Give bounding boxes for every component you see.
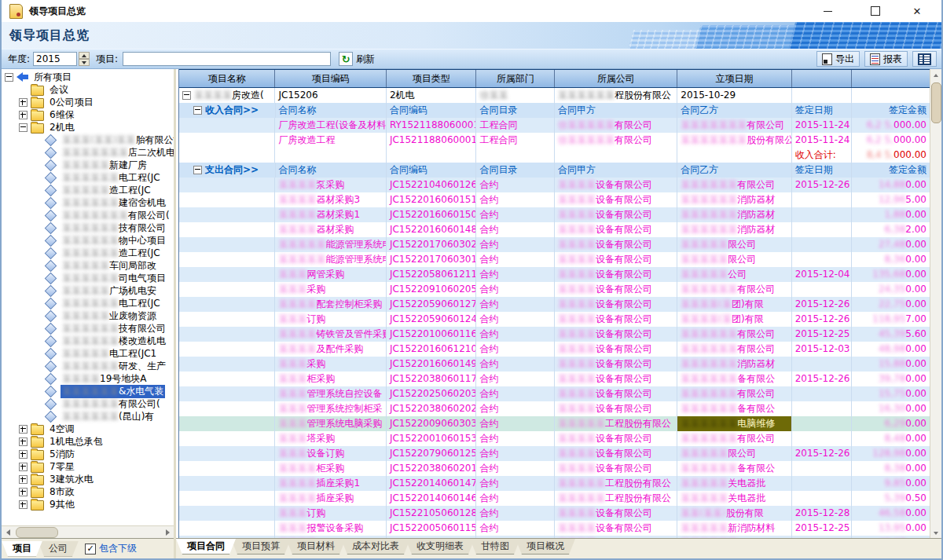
tree-item[interactable]: 0公司项目 — [2, 96, 174, 108]
tree-item[interactable]: 某某某某某某物中心项目 — [2, 234, 174, 247]
contract-row[interactable]: 某某某塔采购JC1522001060153合约某某某某设备有限公司某某某某某某有… — [179, 431, 930, 446]
close-button[interactable]: ✕ — [899, 0, 935, 22]
tree-item[interactable]: 某某某某某某楼改造机电 — [2, 335, 174, 347]
tree-item[interactable]: 某某某某某某电工程(JC — [2, 171, 174, 184]
tree-item[interactable]: 某某某某某某(昆山)有 — [2, 410, 174, 423]
contract-row[interactable]: 某某某管理系统控制柜采JC1522038060202合约某某某某设备有限公司某某… — [179, 401, 930, 416]
tree-item[interactable]: 某某某某某某司电气项目 — [2, 272, 174, 284]
bottom-tab-7[interactable]: 项目概况 — [516, 539, 575, 555]
contract-row[interactable]: 某某某柜采购JC1522038060117合约某某某某设备有限公司某某某某某某备… — [179, 372, 930, 386]
tree-item[interactable]: 某某某某某造工程(JC — [2, 184, 174, 196]
tree-item[interactable]: 某某某某某某某店二次机电 — [2, 146, 174, 159]
grid-header-row[interactable]: 项目名称项目编码项目类型所属部门所属公司立项日期 — [179, 69, 930, 88]
year-spinner[interactable] — [79, 52, 90, 66]
bottom-tab-4[interactable]: 成本对比表 — [341, 539, 410, 555]
tree-item[interactable]: 会议 — [2, 83, 174, 96]
contract-row[interactable]: 某某某订购JC1522059060124合约某某某某设备有限公司某某某某(某团)… — [179, 312, 930, 327]
contract-row[interactable]: 某某某某配套控制柜采购JC1522059060127合约某某某某设备有限公司某某… — [179, 297, 930, 312]
tree-item[interactable]: 某某某某某某技有限公司 — [2, 221, 174, 234]
tree-expander-icon[interactable] — [19, 425, 28, 434]
contract-row[interactable]: 某某某报警设备采购JC1522005060115合约某某某某设备有限公司某某某某… — [179, 521, 930, 536]
tree-item[interactable]: 某某某某19号地块A — [2, 372, 174, 385]
scroll-down-icon[interactable] — [930, 527, 941, 539]
tree-item[interactable]: 某某某某某新建厂房 — [2, 159, 174, 171]
tree-item[interactable]: 2机电 — [2, 121, 174, 134]
scroll-thumb[interactable] — [16, 527, 58, 538]
grid-vertical-scrollbar[interactable] — [930, 69, 941, 539]
tree-item[interactable]: 7零星 — [2, 460, 174, 473]
project-filter-input[interactable] — [123, 52, 331, 66]
spin-up-icon[interactable] — [79, 52, 90, 59]
contract-row[interactable]: 某某某网管采购JC1522058061211合约某某某某设备有限公司某某某某某公… — [179, 267, 930, 282]
contract-row[interactable]: 某某某某及配件采购JC1522016061210合约某某某某设备有限公司某某某某… — [179, 342, 930, 357]
report-button[interactable]: 报表 — [864, 51, 908, 67]
tree-item[interactable]: 某某某某某某电工程(JC — [2, 297, 174, 309]
tree-item[interactable]: 3建筑水电 — [2, 473, 174, 485]
contract-row[interactable]: 某某某某插座采购1JC1522014060147合约某某某某某工程股份有限公某某… — [179, 476, 930, 491]
include-sub-checkbox[interactable]: ✓ 包含下级 — [85, 542, 137, 555]
contract-row[interactable]: 某某某某器材采购JC1522016060148合约某某某某设备有限公司某某某某某… — [179, 222, 930, 237]
year-input[interactable]: 2015 — [33, 52, 77, 66]
tree-expander-icon[interactable] — [19, 488, 28, 496]
tree-item[interactable]: 某某某某某某造工程(JC — [2, 247, 174, 259]
tree-expander-icon[interactable] — [19, 98, 28, 107]
tab-project[interactable]: 项目 — [2, 541, 42, 557]
tree-item[interactable]: 某某某某某某&水电气装 — [2, 385, 174, 397]
tree-expander-icon[interactable] — [19, 500, 28, 509]
tree-expander-icon[interactable] — [19, 123, 28, 132]
maximize-button[interactable] — [857, 0, 893, 22]
contract-row[interactable]: 某某某某器材采购3JC1522016060151合约某某某某设备有限公司某某某某… — [179, 192, 930, 207]
tree-item[interactable]: 某某某某某某技有限公司 — [2, 322, 174, 335]
tree-expander-icon[interactable] — [19, 475, 28, 484]
contract-row[interactable]: 某某某某铸铁管及管件采购JC1522010060116合约某某某某设备有限公司某… — [179, 327, 930, 342]
tree-item[interactable]: 某某某某某某有限公司( — [2, 397, 174, 410]
contract-row[interactable]: 某某某订购JC1522105060128合约某某某某设备有限公司某某(某某)股份… — [179, 506, 930, 521]
tree-horizontal-scrollbar[interactable] — [2, 525, 174, 539]
contract-row[interactable]: 某某某某某能源管理系统电表JC1522017060302合约某某某某设备有限公司… — [179, 237, 930, 252]
tab-company[interactable]: 公司 — [38, 541, 79, 557]
contract-row[interactable]: 某某某采购JC1522016060149合约某某某某设备有限公司某某某某某某消防… — [179, 357, 930, 372]
tree-item[interactable]: 4空调 — [2, 423, 174, 435]
tree-expander-icon[interactable] — [19, 437, 28, 446]
tree-item[interactable]: 某某某某某广场机电安 — [2, 284, 174, 297]
scroll-up-icon[interactable] — [930, 69, 941, 81]
tree-item[interactable]: 5消防 — [2, 448, 174, 460]
bottom-tab-3[interactable]: 项目材料 — [286, 539, 346, 555]
tree-item[interactable]: 8市政 — [2, 485, 174, 498]
bottom-tab-6[interactable]: 甘特图 — [470, 539, 520, 555]
tree-item[interactable]: 9其他 — [2, 498, 174, 511]
contract-row[interactable]: 厂房改造工程JC1521188060001工程合同徐某某某某某有限公司某某某某某… — [179, 133, 930, 148]
tree-item[interactable]: 某某某某某车间局部改 — [2, 259, 174, 272]
bottom-tab-2[interactable]: 项目预算 — [231, 539, 291, 555]
refresh-button[interactable]: ↻ 刷新 — [339, 52, 375, 66]
contract-row[interactable]: 某某某管理系统自控设备JC1522025060203合约某某某某设备有限公司某某… — [179, 386, 930, 401]
contract-row[interactable]: 某某某采购JC1522091060205合约某某某某设备有限公司某某某某某某有限… — [179, 282, 930, 297]
tree-expander-icon[interactable] — [19, 450, 28, 459]
export-button[interactable]: 导出 — [816, 51, 860, 67]
grid-view-button[interactable] — [912, 51, 937, 67]
spin-down-icon[interactable] — [79, 59, 90, 66]
tree-item[interactable]: 某某某某某某某有限公司( — [2, 209, 174, 221]
income-total-row[interactable]: 收入合计:8,4 5,000.00 — [179, 148, 930, 163]
section-header-row[interactable]: 支出合同>>合同名称合同编码合同目录合同甲方合同乙方签定日期签定金额 — [179, 163, 930, 178]
tree-item[interactable]: 1机电总承包 — [2, 435, 174, 448]
scroll-thumb[interactable] — [931, 82, 941, 123]
contract-row[interactable]: 某某某某插座采购JC1522014060146合约某某某某某工程股份有限公某某某… — [179, 491, 930, 506]
scroll-right-icon[interactable] — [161, 526, 174, 539]
tree-item[interactable]: 某某某某某业废物资源 — [2, 309, 174, 322]
contract-row[interactable]: 某某某某某能源管理系统电表JC1522017060301合约某某某某设备有限公司… — [179, 252, 930, 267]
minimize-button[interactable] — [809, 0, 846, 22]
contract-row[interactable]: 某某某管理系统电脑采购JC1522009060303合约某某某某某工程股份有限公… — [179, 416, 930, 431]
contract-row[interactable]: 某某某设备订购JC1522079060125合约某某某某设备有限公司某某某某某限… — [179, 446, 930, 461]
tree-item[interactable]: 某某某(某某)某某胎有限公司 — [2, 134, 174, 146]
contract-row[interactable]: 厂房改造工程(设备及材料RY1521188060001工程合同徐某某某某某有限公… — [179, 118, 930, 133]
scroll-left-icon[interactable] — [2, 526, 14, 539]
tree-item[interactable]: 6维保 — [2, 108, 174, 121]
bottom-tab-5[interactable]: 收支明细表 — [405, 539, 475, 555]
tree-item[interactable]: 某某某某某某研发、生产 — [2, 360, 174, 372]
contract-row[interactable]: 某某某某柜采购JC1522038060201合约某某某某设备有限公司某某某某某某… — [179, 461, 930, 476]
contract-row[interactable]: 某某某某器材采购1JC1522016060150合约某某某某设备有限公司某某某某… — [179, 207, 930, 222]
tree-item[interactable]: 某某某某某电工程(JC1 — [2, 347, 174, 360]
section-header-row[interactable]: 收入合同>>合同名称合同编码合同目录合同甲方合同乙方签定日期签定金额 — [179, 103, 930, 118]
tree-item[interactable]: 某某某某某某建宿舍机电 — [2, 196, 174, 209]
